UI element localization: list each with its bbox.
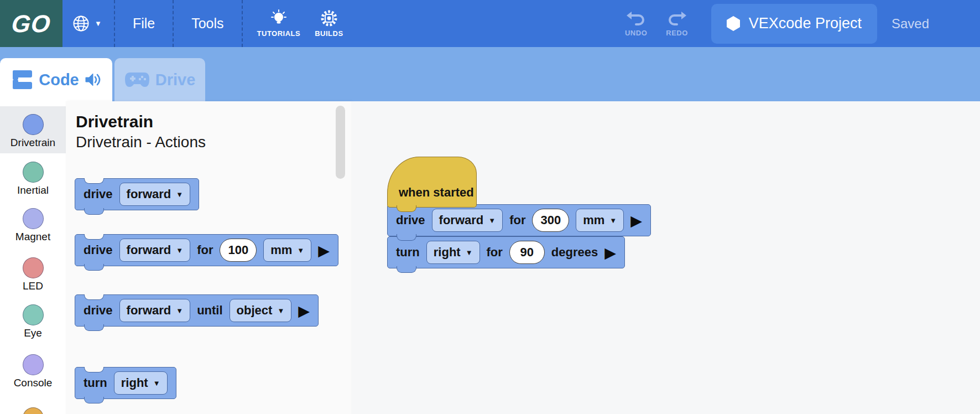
- dropdown-value: mm: [583, 213, 604, 227]
- number-input[interactable]: 100: [220, 239, 257, 262]
- speaker-icon[interactable]: [85, 72, 101, 87]
- sidebar-item-label: Inertial: [17, 185, 49, 196]
- workspace-canvas[interactable]: when started driveforward▼for300mm▼▶ tur…: [351, 101, 980, 414]
- sidebar-item-partial[interactable]: [0, 400, 66, 414]
- divider: [242, 0, 243, 47]
- gear-icon: [320, 9, 338, 27]
- chevron-down-icon: ▼: [488, 216, 496, 225]
- sidebar-item-drivetrain[interactable]: Drivetrain: [0, 106, 66, 153]
- topbar-right-group: UNDO REDO VEXcode Project: [625, 4, 980, 44]
- hat-label: when started: [399, 185, 474, 200]
- block-dropdown[interactable]: forward▼: [432, 209, 503, 232]
- project-name-button[interactable]: VEXcode Project: [711, 4, 877, 44]
- block-dropdown[interactable]: right▼: [114, 371, 168, 395]
- block-label: until: [197, 303, 222, 318]
- sidebar-item-label: Magnet: [15, 231, 50, 242]
- undo-label: UNDO: [625, 29, 647, 37]
- block-label: drive: [396, 213, 425, 227]
- dropdown-value: right: [121, 376, 148, 390]
- number-input[interactable]: 300: [532, 209, 569, 232]
- tab-bar: Code Drive: [0, 47, 980, 101]
- dropdown-value: right: [434, 245, 461, 260]
- palette-scrollbar[interactable]: [336, 106, 345, 179]
- category-icon: [23, 407, 44, 414]
- palette-block-drive-for[interactable]: driveforward▼for100mm▼▶: [75, 234, 338, 266]
- chevron-down-icon: ▼: [176, 307, 183, 315]
- block-label: drive: [84, 303, 113, 318]
- palette-block-drive[interactable]: driveforward▼: [75, 178, 199, 210]
- dropdown-value: forward: [127, 187, 171, 201]
- number-input[interactable]: 90: [509, 241, 545, 264]
- palette-block-turn[interactable]: turnright▼: [75, 367, 176, 399]
- chevron-down-icon: ▼: [277, 307, 284, 315]
- tab-code-label: Code: [39, 71, 79, 89]
- block-label: turn: [396, 245, 420, 260]
- go-logo-text: GO: [11, 10, 53, 38]
- block-label: for: [487, 245, 503, 260]
- chevron-down-icon: ▼: [297, 246, 304, 255]
- tutorials-button[interactable]: TUTORIALS: [257, 9, 301, 38]
- undo-arrow-icon: [626, 11, 646, 27]
- expand-arrow-icon[interactable]: ▶: [298, 304, 310, 319]
- undo-button[interactable]: UNDO: [625, 11, 647, 37]
- block-label: drive: [84, 187, 113, 201]
- block-dropdown[interactable]: right▼: [426, 241, 480, 264]
- magnet-category-icon: [23, 208, 44, 229]
- builds-label: BUILDS: [315, 29, 343, 38]
- eye-category-icon: [23, 304, 44, 325]
- dropdown-value: object: [237, 303, 273, 318]
- block-dropdown[interactable]: forward▼: [119, 183, 191, 206]
- palette-header: Drivetrain Drivetrain - Actions: [76, 111, 206, 152]
- hexagon-icon: [727, 16, 740, 31]
- dropdown-value: forward: [439, 213, 484, 227]
- vexcode-app: GO ▼ File Tools: [0, 0, 980, 414]
- sidebar-item-inertial[interactable]: Inertial: [0, 154, 66, 201]
- block-dropdown[interactable]: forward▼: [119, 239, 191, 262]
- palette-block-drive-until[interactable]: driveforward▼untilobject▼▶: [75, 294, 319, 327]
- chevron-down-icon: ▼: [95, 19, 102, 28]
- sidebar-item-magnet[interactable]: Magnet: [0, 200, 66, 247]
- expand-arrow-icon[interactable]: ▶: [630, 214, 642, 229]
- category-sidebar: Drivetrain Inertial Magnet LED Eye Conso…: [0, 101, 66, 414]
- sidebar-item-eye[interactable]: Eye: [0, 297, 66, 344]
- expand-arrow-icon[interactable]: ▶: [318, 244, 330, 258]
- block-dropdown[interactable]: forward▼: [119, 299, 191, 322]
- top-bar: GO ▼ File Tools: [0, 0, 980, 47]
- block-palette: Drivetrain Drivetrain - Actions drivefor…: [66, 101, 351, 414]
- tools-menu[interactable]: Tools: [191, 15, 223, 32]
- sidebar-item-led[interactable]: LED: [0, 250, 66, 297]
- when-started-hat-block[interactable]: when started: [387, 157, 477, 208]
- redo-button[interactable]: REDO: [666, 11, 688, 37]
- tab-code[interactable]: Code: [0, 58, 112, 101]
- palette-subtitle: Drivetrain - Actions: [76, 132, 206, 152]
- drivetrain-category-icon: [23, 114, 44, 135]
- redo-label: REDO: [666, 29, 688, 37]
- language-button[interactable]: ▼: [72, 15, 102, 32]
- sidebar-item-console[interactable]: Console: [0, 346, 66, 394]
- inertial-category-icon: [23, 162, 44, 183]
- builds-button[interactable]: BUILDS: [315, 9, 343, 38]
- block-dropdown[interactable]: mm▼: [576, 209, 624, 232]
- tab-drive[interactable]: Drive: [114, 58, 205, 101]
- dropdown-value: mm: [270, 243, 292, 257]
- divider: [114, 0, 115, 47]
- block-dropdown[interactable]: mm▼: [263, 239, 311, 262]
- expand-arrow-icon[interactable]: ▶: [604, 246, 616, 261]
- block-label: turn: [84, 376, 107, 390]
- redo-arrow-icon: [667, 11, 687, 27]
- divider: [173, 0, 174, 47]
- dropdown-value: forward: [127, 303, 171, 318]
- canvas-block-turn-for[interactable]: turnright▼for90degrees▶: [387, 236, 625, 268]
- sidebar-item-label: Console: [14, 377, 53, 389]
- code-blocks-icon: [11, 70, 33, 90]
- block-label: degrees: [551, 245, 598, 260]
- console-category-icon: [23, 354, 44, 375]
- chevron-down-icon: ▼: [176, 246, 183, 255]
- save-status: Saved: [892, 16, 929, 32]
- file-menu[interactable]: File: [133, 15, 155, 32]
- block-dropdown[interactable]: object▼: [230, 299, 292, 322]
- project-name: VEXcode Project: [749, 15, 862, 32]
- chevron-down-icon: ▼: [176, 190, 183, 199]
- canvas-block-drive-for[interactable]: driveforward▼for300mm▼▶: [387, 204, 651, 236]
- lightbulb-icon: [270, 9, 288, 27]
